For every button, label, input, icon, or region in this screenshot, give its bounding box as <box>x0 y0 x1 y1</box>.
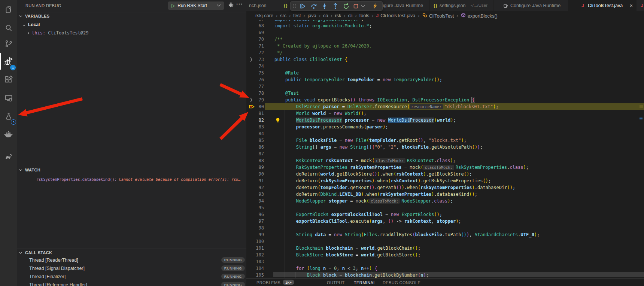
horizontal-scrollbar[interactable] <box>273 272 644 277</box>
line-number[interactable]: 102 <box>246 252 264 258</box>
breadcrumb-item[interactable]: test <box>293 13 301 18</box>
line-number[interactable]: 68 <box>246 22 264 29</box>
line-number[interactable]: 85 <box>246 137 264 144</box>
activity-bar-item-docker[interactable] <box>0 126 17 142</box>
code-text: /** <box>274 36 283 43</box>
line-number[interactable]: 67 <box>246 20 264 22</box>
call-stack-thread[interactable]: Thread [Reference Handler]RUNNING <box>17 281 246 286</box>
editor-tab[interactable]: J <box>637 0 644 11</box>
run-config-dropdown[interactable]: ▷ Run RSK Start <box>168 1 224 10</box>
line-number[interactable]: 82 <box>246 117 264 124</box>
activity-bar-item-source-control[interactable] <box>0 36 17 52</box>
code-text: doReturn(DbKind.LEVEL_DB).when(rskSystem… <box>274 191 477 198</box>
line-number[interactable]: 77 <box>246 83 264 90</box>
panel-tab-output[interactable]: OUTPUT <box>327 279 345 286</box>
editor-tab-nch.json[interactable]: nch.json <box>246 0 280 11</box>
code-line-90: 90 doReturn(world.getBlockStore()).when(… <box>246 171 644 177</box>
code-editor[interactable]: 67import static org.junit.Assert.*;68imp… <box>246 20 644 278</box>
breadcrumb-item[interactable]: rsk <box>335 13 341 18</box>
line-number[interactable]: 76 <box>246 76 264 83</box>
breadcrumb-item[interactable]: CliToolsTest <box>422 13 454 19</box>
line-number[interactable]: 92 <box>246 184 264 191</box>
line-number[interactable]: 84 <box>246 130 264 137</box>
line-number[interactable]: 95 <box>246 204 264 211</box>
step-out-icon[interactable] <box>330 3 341 9</box>
line-number[interactable]: 97 <box>246 218 264 225</box>
drag-handle-icon[interactable] <box>293 4 296 9</box>
breadcrumb-item[interactable]: exportBlocks() <box>461 13 498 19</box>
line-number[interactable]: 72 <box>246 49 264 56</box>
line-number[interactable]: 75 <box>246 70 264 76</box>
editor-tab-settings.json[interactable]: {}settings.json~/.../User <box>430 0 493 11</box>
line-number[interactable]: 91 <box>246 177 264 184</box>
json-icon: {} <box>434 3 438 8</box>
panel-tab-debug-console[interactable]: DEBUG CONSOLE <box>383 279 420 286</box>
breadcrumb-item[interactable]: co <box>323 13 328 18</box>
line-number[interactable]: 101 <box>246 245 264 252</box>
variables-scope-local[interactable]: Local <box>17 21 246 29</box>
line-number[interactable]: 83 <box>246 124 264 130</box>
activity-bar-item-search[interactable] <box>0 20 17 36</box>
code-line-100: 100 <box>246 238 644 245</box>
watch-section-header[interactable]: WATCH <box>17 166 246 174</box>
activity-bar-item-gradle[interactable] <box>0 148 17 164</box>
line-number[interactable]: 105 <box>246 272 264 278</box>
breadcrumb-item[interactable]: java <box>308 13 316 18</box>
line-number[interactable]: 71 <box>246 43 264 49</box>
activity-bar-item-run-and-debug[interactable]: 1 <box>0 53 17 70</box>
line-number[interactable]: 81 <box>246 110 264 117</box>
lightning-icon[interactable] <box>370 3 379 9</box>
line-number[interactable]: 86 <box>246 144 264 150</box>
close-icon[interactable]: × <box>630 3 633 9</box>
breadcrumb-item[interactable]: JCliToolsTest.java <box>376 13 416 18</box>
line-number[interactable]: 100 <box>246 238 264 245</box>
breadcrumb-item[interactable]: rskj-core <box>255 13 273 18</box>
activity-bar-item-testing[interactable] <box>0 108 17 125</box>
editor-tab-CliToolsTest.java[interactable]: JCliToolsTest.java× <box>568 0 637 11</box>
breadcrumb-item[interactable]: src <box>280 13 286 18</box>
activity-bar-item-extensions[interactable] <box>0 72 17 88</box>
call-stack-section-header[interactable]: CALL STACK <box>17 249 246 256</box>
step-into-icon[interactable] <box>319 3 330 9</box>
line-number[interactable]: 78 <box>246 90 264 97</box>
line-number[interactable]: 69 <box>246 29 264 36</box>
code-text: WorldDslProcessor processor = new WorldD… <box>274 117 456 124</box>
variable-this[interactable]: this: CliToolsTest@29 <box>17 29 246 37</box>
call-stack-thread[interactable]: Thread [Signal Dispatcher]RUNNING <box>17 264 246 273</box>
line-number[interactable]: 103 <box>246 258 264 265</box>
watch-expression[interactable]: rskSystemProperties.databaseKind(): Cann… <box>17 175 246 183</box>
step-over-icon[interactable] <box>308 3 319 9</box>
breadcrumb-item[interactable]: tools <box>359 13 369 18</box>
line-number[interactable]: 70 <box>246 36 264 43</box>
call-stack-thread[interactable]: Thread [Finalizer]RUNNING <box>17 273 246 281</box>
panel-tab-terminal[interactable]: TERMINAL <box>354 279 376 286</box>
line-number[interactable]: 98 <box>246 225 264 231</box>
gear-icon[interactable] <box>228 2 234 9</box>
line-number[interactable]: 89 <box>246 164 264 171</box>
activity-bar-item-remote-explorer[interactable] <box>0 90 17 106</box>
panel-tab-problems[interactable]: PROBLEMS <box>256 279 280 286</box>
variables-section-header[interactable]: VARIABLES <box>17 12 246 20</box>
line-number[interactable]: 94 <box>246 198 264 204</box>
line-number[interactable]: 104 <box>246 265 264 272</box>
stop-icon[interactable] <box>352 4 360 9</box>
restart-icon[interactable] <box>341 3 352 9</box>
debug-breakpoint-hit-icon[interactable] <box>249 104 255 109</box>
activity-bar-item-explorer[interactable] <box>0 1 17 18</box>
call-stack-thread[interactable]: Thread [ReaderThread]RUNNING <box>17 256 246 264</box>
line-number[interactable]: 90 <box>246 171 264 177</box>
line-number[interactable]: 88 <box>246 157 264 164</box>
line-number[interactable]: 96 <box>246 211 264 218</box>
line-number[interactable]: 99 <box>246 231 264 238</box>
line-number[interactable]: 74 <box>246 63 264 70</box>
line-number[interactable]: 87 <box>246 150 264 157</box>
more-actions-icon[interactable]: ··· <box>236 1 243 7</box>
code-line-69: 69 <box>246 29 644 36</box>
continue-icon[interactable] <box>297 3 308 9</box>
json-icon: {} <box>284 3 288 8</box>
breadcrumb-item[interactable]: cli <box>348 13 353 18</box>
editor-tab-Configure Java Runtime[interactable]: Configure Java Runtime <box>493 0 568 11</box>
line-number[interactable]: 93 <box>246 191 264 198</box>
chevron-down-icon[interactable] <box>360 4 366 8</box>
code-line-96: 96 ExportBlocks exportBlocksCliTool = ne… <box>246 211 644 218</box>
